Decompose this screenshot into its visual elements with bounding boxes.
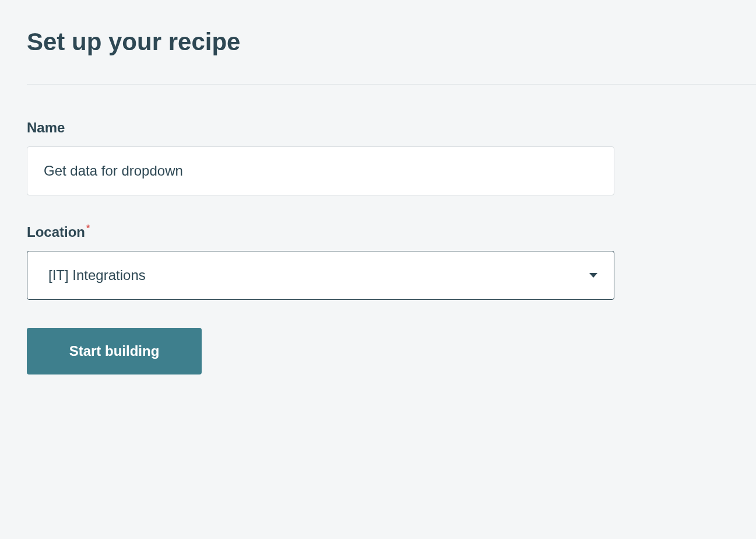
location-field-group: Location* [IT] Integrations: [27, 223, 756, 300]
page-title: Set up your recipe: [27, 28, 756, 56]
location-select-value: [IT] Integrations: [48, 267, 146, 284]
location-label: Location*: [27, 223, 756, 240]
name-label: Name: [27, 120, 756, 136]
location-label-text: Location: [27, 224, 85, 240]
required-asterisk: *: [86, 223, 90, 233]
name-field-group: Name: [27, 120, 756, 195]
chevron-down-icon: [589, 273, 597, 278]
start-building-button[interactable]: Start building: [27, 328, 202, 374]
location-select[interactable]: [IT] Integrations: [27, 251, 614, 300]
divider: [27, 84, 756, 85]
name-input[interactable]: [27, 146, 614, 195]
